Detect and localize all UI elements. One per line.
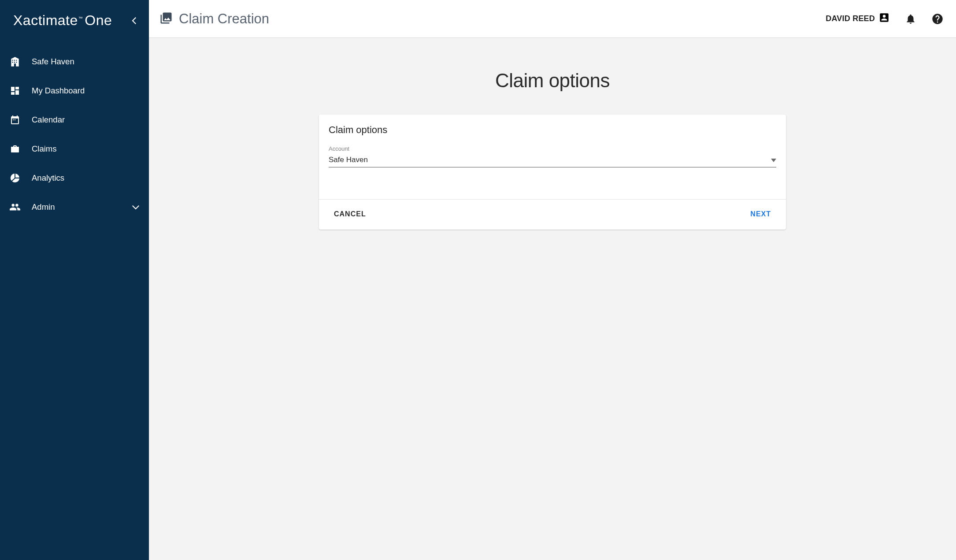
- card-body: Claim options Account Safe Haven: [319, 115, 786, 200]
- topbar-right: DAVID REED: [826, 12, 944, 26]
- sidebar-item-label: Analytics: [32, 173, 64, 183]
- account-box-icon: [878, 12, 890, 26]
- pie-chart-icon: [9, 172, 21, 184]
- building-icon: [9, 56, 21, 68]
- sidebar-item-analytics[interactable]: Analytics: [0, 163, 149, 193]
- brand-sub: One: [85, 12, 112, 28]
- sidebar: Xactimate™One Safe Haven My Dashboard: [0, 0, 149, 560]
- page-heading: Claim options: [158, 70, 947, 92]
- account-field-label: Account: [329, 145, 776, 152]
- dropdown-arrow-icon: [771, 156, 776, 164]
- sidebar-nav: Safe Haven My Dashboard Calendar Claims: [0, 47, 149, 222]
- content: Claim options Claim options Account Safe…: [149, 38, 956, 560]
- sidebar-header: Xactimate™One: [0, 12, 149, 29]
- sidebar-item-my-dashboard[interactable]: My Dashboard: [0, 76, 149, 105]
- brand-logo: Xactimate™One: [13, 12, 112, 29]
- topbar-left: Claim Creation: [159, 11, 269, 27]
- next-button[interactable]: NEXT: [750, 210, 771, 218]
- briefcase-icon: [9, 143, 21, 155]
- sidebar-item-label: My Dashboard: [32, 86, 85, 96]
- help-button[interactable]: [931, 13, 944, 25]
- help-icon: [931, 13, 944, 25]
- claim-options-card: Claim options Account Safe Haven CANCEL …: [319, 115, 786, 230]
- main: Claim Creation DAVID REED Claim op: [149, 0, 956, 560]
- notifications-button[interactable]: [905, 13, 916, 25]
- image-icon: [159, 11, 173, 26]
- account-select[interactable]: Safe Haven: [329, 154, 776, 167]
- sidebar-item-label: Safe Haven: [32, 57, 74, 67]
- sidebar-item-calendar[interactable]: Calendar: [0, 105, 149, 134]
- bell-icon: [905, 13, 916, 25]
- sidebar-item-admin[interactable]: Admin: [0, 193, 149, 222]
- brand-name: Xactimate: [13, 12, 78, 28]
- brand-tm: ™: [78, 16, 83, 21]
- sidebar-item-safe-haven[interactable]: Safe Haven: [0, 47, 149, 76]
- topbar: Claim Creation DAVID REED: [149, 0, 956, 38]
- dashboard-icon: [9, 85, 21, 97]
- page-title: Claim Creation: [179, 11, 269, 27]
- card-actions: CANCEL NEXT: [319, 200, 786, 230]
- sidebar-item-label: Calendar: [32, 115, 65, 125]
- chevron-left-icon: [132, 17, 136, 24]
- sidebar-collapse-button[interactable]: [129, 15, 139, 26]
- chevron-down-icon: [132, 202, 139, 212]
- calendar-icon: [9, 114, 21, 126]
- card-title: Claim options: [329, 124, 776, 136]
- cancel-button[interactable]: CANCEL: [334, 210, 366, 218]
- sidebar-item-claims[interactable]: Claims: [0, 134, 149, 163]
- sidebar-item-label: Claims: [32, 144, 57, 154]
- user-name: DAVID REED: [826, 14, 875, 23]
- user-menu[interactable]: DAVID REED: [826, 12, 890, 26]
- account-select-value: Safe Haven: [329, 156, 771, 164]
- sidebar-item-label: Admin: [32, 202, 55, 212]
- people-icon: [9, 201, 21, 213]
